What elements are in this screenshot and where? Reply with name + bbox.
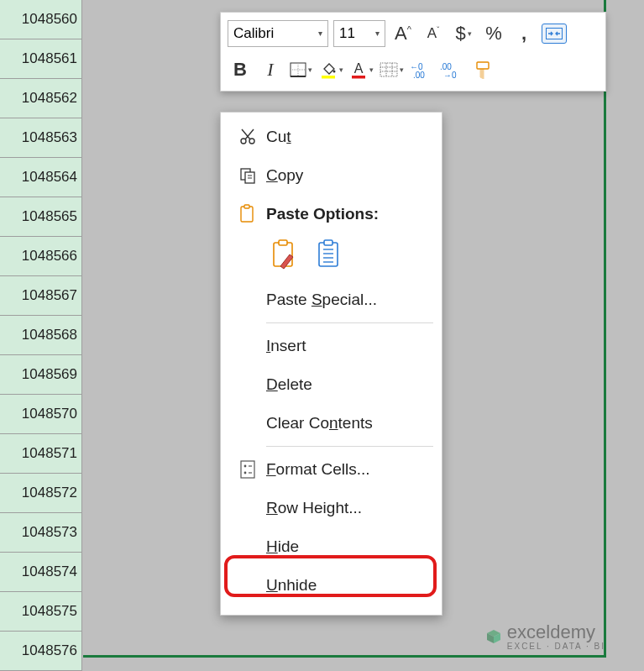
row-header[interactable]: 1048566 xyxy=(0,237,81,276)
menu-paste-options-label: Paste Options: xyxy=(266,205,428,223)
copy-icon xyxy=(238,166,257,185)
paintbrush-icon xyxy=(472,60,492,79)
row-header[interactable]: 1048562 xyxy=(0,79,81,118)
format-cells-icon xyxy=(240,460,255,479)
mini-toolbar: Calibri ▾ 11 ▾ A^ Aˇ $ % , B I xyxy=(220,12,606,92)
shrink-font-icon: Aˇ xyxy=(427,25,439,42)
row-header[interactable]: 1048575 xyxy=(0,592,81,632)
chevron-down-icon: ▾ xyxy=(375,29,380,38)
borders-button[interactable] xyxy=(288,56,313,83)
percent-format-button[interactable]: % xyxy=(481,20,506,47)
svg-rect-6 xyxy=(322,76,335,79)
menu-unhide-label: Unhide xyxy=(266,576,428,595)
clipboard-values-icon xyxy=(317,239,345,271)
font-color-icon: A xyxy=(349,60,368,79)
paste-values-button[interactable] xyxy=(317,239,345,275)
svg-rect-37 xyxy=(241,461,254,478)
row-header[interactable]: 1048576 xyxy=(0,632,81,671)
menu-paste-special-label: Paste Special... xyxy=(266,291,428,309)
menu-row-height[interactable]: Row Height... xyxy=(221,489,442,527)
accounting-format-button[interactable]: $ xyxy=(451,20,476,47)
row-header[interactable]: 1048570 xyxy=(0,395,81,434)
svg-rect-8 xyxy=(352,76,365,79)
svg-point-39 xyxy=(244,472,247,474)
svg-rect-9 xyxy=(380,63,397,76)
decrease-decimal-icon: .00 →0 xyxy=(440,61,463,78)
table-icon xyxy=(380,62,398,77)
paste-options-row xyxy=(221,233,442,280)
row-header[interactable]: 1048571 xyxy=(0,434,81,474)
row-header[interactable]: 1048572 xyxy=(0,474,81,513)
row-header[interactable]: 1048563 xyxy=(0,118,81,158)
row-header[interactable]: 1048560 xyxy=(0,0,81,39)
dollar-icon: $ xyxy=(455,23,465,45)
menu-row-height-label: Row Height... xyxy=(266,499,428,517)
row-header[interactable]: 1048574 xyxy=(0,553,81,592)
font-name-select[interactable]: Calibri ▾ xyxy=(228,20,328,47)
menu-paste-options-header: Paste Options: xyxy=(221,195,442,233)
row-header[interactable]: 1048568 xyxy=(0,316,81,355)
row-header[interactable]: 1048569 xyxy=(0,355,81,395)
grow-font-icon: A^ xyxy=(395,23,411,45)
svg-rect-18 xyxy=(477,62,489,69)
menu-copy[interactable]: Copy xyxy=(221,156,442,195)
menu-paste-special[interactable]: Paste Special... xyxy=(221,280,442,319)
svg-rect-31 xyxy=(319,243,338,266)
row-header[interactable]: 1048561 xyxy=(0,39,81,79)
font-name-value: Calibri xyxy=(233,25,274,42)
svg-rect-28 xyxy=(244,205,249,208)
menu-insert[interactable]: Insert xyxy=(221,327,442,365)
bucket-icon xyxy=(319,60,338,79)
svg-rect-32 xyxy=(324,240,332,245)
scissors-icon xyxy=(238,128,257,146)
percent-icon: % xyxy=(485,23,502,45)
svg-text:→0: →0 xyxy=(443,71,457,78)
increase-decimal-icon: ←0 .00 xyxy=(410,61,433,78)
format-painter-button[interactable] xyxy=(469,56,495,83)
toolbar-row-1: Calibri ▾ 11 ▾ A^ Aˇ $ % , xyxy=(228,18,599,50)
bold-button[interactable]: B xyxy=(228,56,253,83)
svg-text:.00: .00 xyxy=(413,71,425,78)
row-header-column: 1048560104856110485621048563104856410485… xyxy=(0,0,82,671)
table-format-button[interactable] xyxy=(379,56,404,83)
merge-center-button[interactable] xyxy=(542,24,567,44)
menu-cut-label: Cut xyxy=(266,128,428,146)
context-menu: Cut Copy Paste Options: xyxy=(220,112,442,616)
menu-delete[interactable]: Delete xyxy=(221,365,442,404)
toolbar-row-2: B I A xyxy=(228,55,599,86)
increase-decimal-button[interactable]: ←0 .00 xyxy=(409,56,434,83)
row-header[interactable]: 1048564 xyxy=(0,158,81,197)
svg-point-5 xyxy=(332,71,335,73)
menu-format-cells-label: Format Cells... xyxy=(266,460,428,479)
menu-separator xyxy=(266,322,433,323)
decrease-decimal-button[interactable]: .00 →0 xyxy=(439,56,464,83)
row-header[interactable]: 1048565 xyxy=(0,197,81,237)
menu-separator xyxy=(266,446,433,447)
menu-clear-contents-label: Clear Contents xyxy=(266,414,428,432)
font-size-select[interactable]: 11 ▾ xyxy=(333,20,385,47)
row-header[interactable]: 1048573 xyxy=(0,513,81,553)
clipboard-paste-icon xyxy=(271,239,300,271)
menu-hide[interactable]: Hide xyxy=(221,527,442,566)
font-color-button[interactable]: A xyxy=(348,56,374,83)
italic-button[interactable]: I xyxy=(258,56,283,83)
row-header[interactable]: 1048567 xyxy=(0,276,81,316)
svg-point-38 xyxy=(244,465,247,468)
grow-font-button[interactable]: A^ xyxy=(390,20,416,47)
chevron-down-icon: ▾ xyxy=(318,29,322,38)
menu-delete-label: Delete xyxy=(266,375,428,394)
font-size-value: 11 xyxy=(339,25,355,42)
menu-unhide[interactable]: Unhide xyxy=(221,566,442,605)
menu-hide-label: Hide xyxy=(266,537,428,556)
comma-format-button[interactable]: , xyxy=(511,20,537,47)
paste-icon xyxy=(238,204,257,224)
menu-cut[interactable]: Cut xyxy=(221,118,442,156)
fill-color-button[interactable] xyxy=(318,56,343,83)
border-icon xyxy=(290,62,306,77)
menu-format-cells[interactable]: Format Cells... xyxy=(221,450,442,489)
comma-icon: , xyxy=(521,23,526,45)
paste-default-button[interactable] xyxy=(271,239,300,275)
menu-clear-contents[interactable]: Clear Contents xyxy=(221,404,442,443)
svg-rect-30 xyxy=(279,240,287,245)
shrink-font-button[interactable]: Aˇ xyxy=(421,20,446,47)
